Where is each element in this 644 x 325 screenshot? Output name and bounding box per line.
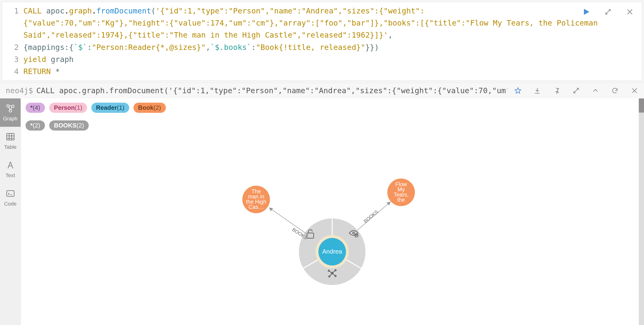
editor-line-1b: {"value":70,"um":"Kg"},"height":{"value"… (24, 17, 637, 41)
tab-code-label: Code (4, 201, 16, 207)
code-icon (6, 188, 16, 198)
svg-text:the: the (397, 197, 405, 203)
edge-books-1[interactable] (269, 208, 308, 235)
edge-label-2: BOOKS (363, 209, 379, 224)
tab-code[interactable]: Code (0, 184, 20, 212)
node-andrea-label: Andrea (322, 248, 342, 255)
rerun-button[interactable] (611, 87, 618, 94)
download-button[interactable] (534, 87, 541, 94)
relpill-star[interactable]: *(2) (26, 120, 45, 130)
result-area: Graph Table Text Code *(4) Person(1) Rea… (0, 98, 644, 325)
nodepill-book[interactable]: Book(2) (134, 103, 166, 113)
favorite-button[interactable] (514, 87, 522, 94)
gutter-3: 3 (7, 54, 19, 66)
run-query-button[interactable] (581, 7, 591, 17)
svg-point-1 (12, 105, 14, 108)
editor-line-4: RETURN * (24, 66, 60, 78)
close-result-button[interactable] (631, 87, 638, 94)
command-text: CALL apoc.graph.fromDocument('{"id":1,"t… (36, 86, 507, 95)
tab-text[interactable]: Text (0, 155, 20, 184)
gutter-2: 2 (7, 42, 19, 54)
gutter-1: 1 (7, 5, 19, 17)
text-icon (6, 160, 16, 170)
pin-button[interactable] (553, 87, 560, 94)
svg-rect-3 (6, 134, 14, 140)
table-icon (6, 132, 16, 142)
svg-point-2 (9, 110, 12, 112)
query-editor[interactable]: 1 CALL apoc.graph.fromDocument('{"id":1,… (2, 2, 642, 81)
nodepill-reader[interactable]: Reader(1) (91, 103, 129, 113)
relpill-books[interactable]: BOOKS(2) (49, 120, 89, 130)
collapse-button[interactable] (592, 87, 599, 94)
nodepill-person[interactable]: Person(1) (49, 103, 87, 113)
graph-icon (6, 103, 16, 113)
tab-table-label: Table (4, 144, 16, 150)
node-book-1[interactable]: The man in the High Cas… (242, 186, 270, 213)
close-editor-button[interactable] (625, 7, 635, 17)
label-pills: *(4) Person(1) Reader(1) Book(2) *(2) BO… (21, 98, 639, 135)
prompt: neo4j$ (6, 86, 33, 95)
gutter-4: 4 (7, 66, 19, 78)
tab-graph-label: Graph (3, 116, 18, 122)
command-bar: neo4j$ CALL apoc.graph.fromDocument('{"i… (0, 82, 644, 98)
editor-line-2: {mappings:{`$`:"Person:Reader{*,@sizes}"… (24, 42, 379, 54)
tab-text-label: Text (6, 172, 15, 178)
fullscreen-button[interactable] (572, 87, 580, 94)
view-tabs: Graph Table Text Code (0, 98, 21, 325)
editor-line-3: yield graph (24, 54, 74, 66)
node-book-2[interactable]: Flow My Tears, the (387, 178, 415, 206)
graph-canvas[interactable]: Andrea BOOKS BOOKS The man in the High C… (21, 135, 639, 325)
center-node-menu[interactable]: Andrea (299, 218, 365, 285)
tab-graph[interactable]: Graph (0, 98, 20, 127)
scrollbar[interactable] (639, 98, 644, 325)
nodepill-star[interactable]: *(4) (26, 103, 45, 113)
svg-text:Cas…: Cas… (248, 204, 264, 210)
expand-editor-button[interactable] (603, 7, 613, 17)
editor-line-1: CALL apoc.graph.fromDocument('{"id":1,"t… (24, 5, 424, 17)
tab-table[interactable]: Table (0, 127, 20, 155)
svg-rect-4 (6, 191, 14, 196)
